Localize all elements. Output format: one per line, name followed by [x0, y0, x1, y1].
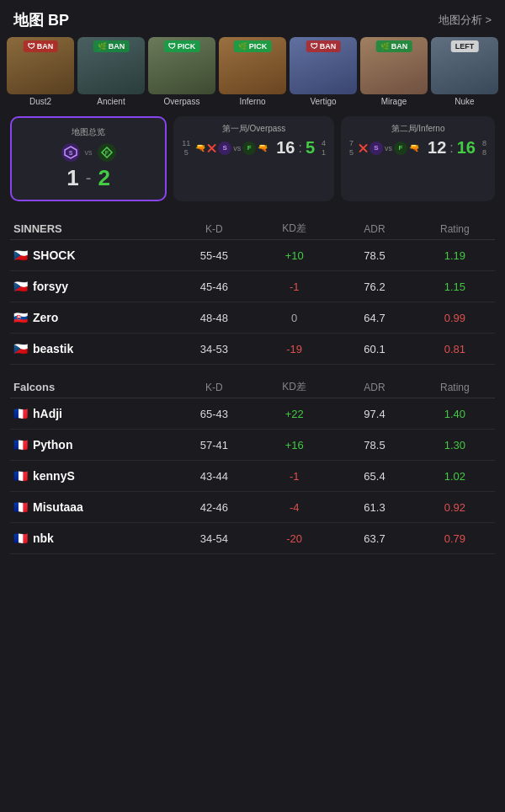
page-header: 地图 BP 地图分析 > — [0, 0, 505, 37]
overview-dash: - — [86, 168, 92, 188]
team1-name: SINNERS — [10, 222, 174, 235]
flag-beastik: 🇨🇿 — [13, 342, 28, 355]
map-card-nuke[interactable]: LEFT Nuke — [431, 37, 498, 106]
player-diff-beastik: -19 — [254, 343, 334, 355]
round1-score-main: 16 : 5 — [276, 138, 315, 158]
map-name-inferno: Inferno — [219, 97, 286, 106]
player-flag-name-python: 🇫🇷 Python — [10, 438, 174, 451]
player-kd-zero: 48-48 — [174, 312, 254, 324]
falcons-logo: F — [98, 143, 116, 162]
map-badge-nuke: LEFT — [451, 40, 479, 52]
player-name-hadji: hAdji — [33, 407, 62, 420]
player-diff-nbk: -20 — [254, 532, 334, 545]
sinners-logo: S — [61, 143, 80, 162]
col-adr-header: ADR — [334, 223, 414, 235]
round1-teams: 11 5 🔫 ❌ S vs F 🔫 16 : 5 4 1 — [182, 138, 326, 158]
map-card-dust2[interactable]: 🛡BAN Dust2 — [7, 37, 74, 106]
round2-score-left: 12 — [428, 138, 446, 158]
player-kd-forsyy: 45-46 — [174, 280, 254, 293]
player-adr-shock: 78.5 — [334, 249, 414, 262]
overview-score: 1 - 2 — [22, 165, 155, 191]
round1-card[interactable]: 第一局/Overpass 11 5 🔫 ❌ S vs F 🔫 16 : 5 4 — [173, 116, 334, 201]
player-kd-shock: 55-45 — [174, 249, 254, 262]
player-name-misutaaa: Misutaaa — [33, 500, 83, 514]
overview-score-right: 2 — [98, 165, 109, 191]
player-row-forsyy[interactable]: 🇨🇿 forsyy 45-46 -1 76.2 1.15 — [10, 271, 495, 302]
map-badge-mirage: 🌿BAN — [376, 40, 412, 52]
map-card-mirage[interactable]: 🌿BAN Mirage — [360, 37, 428, 106]
player-name-nbk: nbk — [33, 532, 54, 545]
round2-sinners-logo: S — [369, 142, 383, 155]
player-rating-misutaaa: 0.92 — [415, 501, 495, 514]
map-name-vertigo: Vertigo — [290, 97, 357, 106]
round2-sub-left: 7 5 — [349, 139, 354, 157]
col-kd-header2: K-D — [174, 382, 254, 393]
flag-forsyy: 🇨🇿 — [13, 280, 28, 293]
round2-falcons-logo: F — [394, 142, 407, 155]
overview-card[interactable]: 地图总览 S vs F 1 - 2 — [10, 116, 167, 201]
flag-hadji: 🇫🇷 — [13, 407, 28, 420]
player-diff-misutaaa: -4 — [254, 501, 334, 514]
overview-label: 地图总览 — [22, 126, 155, 138]
player-kd-python: 57-41 — [174, 439, 254, 451]
map-name-nuke: Nuke — [431, 97, 498, 106]
round1-sinners-logo: S — [218, 142, 231, 155]
player-flag-name-kennys: 🇫🇷 kennyS — [10, 469, 174, 483]
player-row-beastik[interactable]: 🇨🇿 beastik 34-53 -19 60.1 0.81 — [10, 334, 495, 365]
player-row-kennys[interactable]: 🇫🇷 kennyS 43-44 -1 65.4 1.02 — [10, 461, 495, 492]
map-card-overpass[interactable]: 🛡PICK Overpass — [148, 37, 215, 106]
map-row: 🛡BAN Dust2 🌿BAN Ancient 🛡PICK Overpass 🌿… — [0, 37, 505, 116]
map-name-overpass: Overpass — [148, 97, 215, 106]
flag-nbk: 🇫🇷 — [13, 532, 28, 545]
player-row-nbk[interactable]: 🇫🇷 nbk 34-54 -20 63.7 0.79 — [10, 523, 495, 554]
round2-score-right: 16 — [457, 138, 476, 158]
player-row-misutaaa[interactable]: 🇫🇷 Misutaaa 42-46 -4 61.3 0.92 — [10, 492, 495, 523]
col-adr-header2: ADR — [334, 382, 414, 393]
player-name-shock: SHOCK — [33, 248, 76, 262]
round1-sub-left: 11 5 — [182, 139, 190, 157]
player-name-python: Python — [33, 438, 72, 451]
player-row-hadji[interactable]: 🇫🇷 hAdji 65-43 +22 97.4 1.40 — [10, 398, 495, 430]
player-row-zero[interactable]: 🇸🇰 Zero 48-48 0 64.7 0.99 — [10, 302, 495, 334]
map-name-dust2: Dust2 — [7, 97, 74, 106]
player-adr-zero: 64.7 — [334, 312, 414, 324]
player-flag-name-nbk: 🇫🇷 nbk — [10, 532, 174, 545]
col-rating-header2: Rating — [415, 382, 495, 393]
col-diff-header2: KD差 — [254, 380, 334, 394]
player-diff-kennys: -1 — [254, 470, 334, 483]
flag-zero: 🇸🇰 — [13, 311, 28, 324]
map-analysis-link[interactable]: 地图分析 > — [439, 13, 492, 28]
map-card-inferno[interactable]: 🌿PICK Inferno — [219, 37, 286, 106]
team1-header: SINNERS K-D KD差 ADR Rating — [10, 215, 495, 240]
player-row-python[interactable]: 🇫🇷 Python 57-41 +16 78.5 1.30 — [10, 430, 495, 461]
team2-name: Falcons — [10, 381, 174, 393]
player-name-kennys: kennyS — [33, 469, 75, 483]
map-badge-inferno: 🌿PICK — [234, 40, 272, 52]
col-diff-header: KD差 — [254, 222, 334, 236]
player-diff-forsyy: -1 — [254, 280, 334, 293]
stats-section: SINNERS K-D KD差 ADR Rating 🇨🇿 SHOCK 55-4… — [0, 215, 505, 554]
player-diff-python: +16 — [254, 439, 334, 451]
round2-label: 第二局/Inferno — [349, 123, 486, 135]
flag-misutaaa: 🇫🇷 — [13, 500, 28, 514]
player-diff-zero: 0 — [254, 312, 334, 324]
player-adr-hadji: 97.4 — [334, 408, 414, 420]
player-row-shock[interactable]: 🇨🇿 SHOCK 55-45 +10 78.5 1.19 — [10, 240, 495, 271]
player-kd-nbk: 34-54 — [174, 532, 254, 545]
player-adr-beastik: 60.1 — [334, 343, 414, 355]
map-card-vertigo[interactable]: 🛡BAN Vertigo — [290, 37, 357, 106]
round2-card[interactable]: 第二局/Inferno 7 5 ❌ S vs F 🔫 12 : 16 8 8 — [341, 116, 495, 201]
player-rating-python: 1.30 — [415, 439, 495, 451]
map-card-ancient[interactable]: 🌿BAN Ancient — [77, 37, 145, 106]
round1-score-left: 16 — [276, 138, 295, 158]
player-flag-name-hadji: 🇫🇷 hAdji — [10, 407, 174, 420]
player-rating-forsyy: 1.15 — [415, 280, 495, 293]
col-kd-header: K-D — [174, 223, 254, 235]
map-badge-overpass: 🛡PICK — [164, 40, 200, 52]
player-flag-name-zero: 🇸🇰 Zero — [10, 311, 174, 324]
round2-sub-right: 8 8 — [482, 139, 486, 157]
player-flag-name-misutaaa: 🇫🇷 Misutaaa — [10, 500, 174, 514]
player-kd-hadji: 65-43 — [174, 408, 254, 420]
player-name-forsyy: forsyy — [33, 280, 68, 293]
round2-score-main: 12 : 16 — [428, 138, 476, 158]
